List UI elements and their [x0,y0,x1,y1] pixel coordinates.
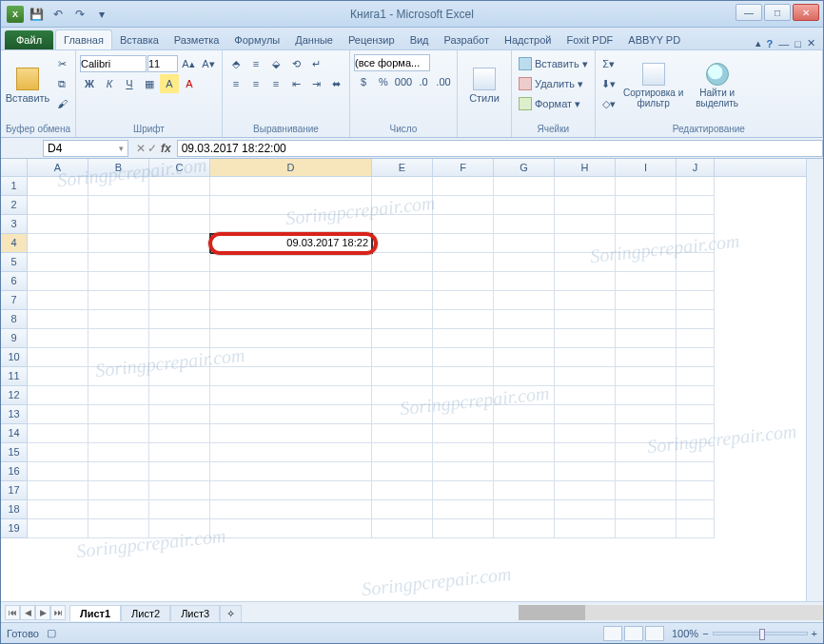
cell-E11[interactable] [372,367,433,386]
row-header-14[interactable]: 14 [1,424,28,443]
cell-D11[interactable] [210,367,372,386]
column-header-B[interactable]: B [88,159,149,176]
cell-F15[interactable] [433,443,494,462]
cell-B10[interactable] [88,348,149,367]
delete-cells-button[interactable]: Удалить▾ [516,74,591,93]
cell-J15[interactable] [677,443,715,462]
cell-F18[interactable] [433,500,494,519]
cell-J1[interactable] [677,177,715,196]
percent-button[interactable]: % [374,72,393,91]
cell-J2[interactable] [677,196,715,215]
cell-J19[interactable] [677,519,715,538]
save-button[interactable]: 💾 [27,5,46,24]
cell-I6[interactable] [616,272,677,291]
redo-button[interactable]: ↷ [70,5,89,24]
cell-G2[interactable] [494,196,555,215]
cell-F8[interactable] [433,310,494,329]
row-header-12[interactable]: 12 [1,386,28,405]
close-button[interactable]: ✕ [793,4,819,21]
cut-button[interactable]: ✂ [52,54,71,73]
cell-D10[interactable] [210,348,372,367]
doc-restore-icon[interactable]: □ [795,38,801,49]
cell-D5[interactable] [210,253,372,272]
font-size-select[interactable] [147,55,178,72]
row-header-17[interactable]: 17 [1,481,28,500]
cell-J18[interactable] [677,500,715,519]
merge-button[interactable]: ⬌ [326,74,345,93]
cell-D4[interactable]: 09.03.2017 18:22 [210,234,372,253]
insert-cells-button[interactable]: Вставить▾ [516,54,591,73]
cell-H14[interactable] [555,424,616,443]
column-header-H[interactable]: H [555,159,616,176]
spreadsheet-grid[interactable]: ABCDEFGHIJ 123409.03.2017 18:22567891011… [1,159,806,601]
row-header-4[interactable]: 4 [1,234,28,253]
formula-input[interactable]: 09.03.2017 18:22:00 [177,140,823,157]
cell-C5[interactable] [149,253,210,272]
cell-F13[interactable] [433,405,494,424]
cell-B17[interactable] [88,481,149,500]
cell-D9[interactable] [210,329,372,348]
styles-button[interactable]: Стили [461,54,507,117]
align-middle-button[interactable]: ≡ [246,54,265,73]
cell-C6[interactable] [149,272,210,291]
cell-H3[interactable] [555,215,616,234]
file-tab[interactable]: Файл [5,30,53,49]
cell-A19[interactable] [28,519,88,538]
row-header-2[interactable]: 2 [1,196,28,215]
cell-B14[interactable] [88,424,149,443]
cell-C19[interactable] [149,519,210,538]
cell-H11[interactable] [555,367,616,386]
view-page-break-button[interactable] [645,626,664,641]
cell-A5[interactable] [28,253,88,272]
cell-E10[interactable] [372,348,433,367]
column-header-G[interactable]: G [494,159,555,176]
cell-C11[interactable] [149,367,210,386]
cell-F1[interactable] [433,177,494,196]
tab-layout[interactable]: Разметка [167,30,227,49]
border-button[interactable]: ▦ [140,74,159,93]
cell-I12[interactable] [616,386,677,405]
cell-B13[interactable] [88,405,149,424]
cell-H17[interactable] [555,481,616,500]
cell-D7[interactable] [210,291,372,310]
cell-I14[interactable] [616,424,677,443]
cell-B15[interactable] [88,443,149,462]
align-bottom-button[interactable]: ⬙ [266,54,285,73]
cell-J14[interactable] [677,424,715,443]
macro-record-icon[interactable]: ▢ [47,627,56,639]
row-header-15[interactable]: 15 [1,443,28,462]
cell-H13[interactable] [555,405,616,424]
cell-F6[interactable] [433,272,494,291]
cell-E17[interactable] [372,481,433,500]
cell-J11[interactable] [677,367,715,386]
cell-D14[interactable] [210,424,372,443]
decrease-indent-button[interactable]: ⇤ [286,74,305,93]
cell-E3[interactable] [372,215,433,234]
tab-home[interactable]: Главная [55,29,112,49]
undo-button[interactable]: ↶ [49,5,68,24]
align-right-button[interactable]: ≡ [266,74,285,93]
cell-D18[interactable] [210,500,372,519]
cell-G7[interactable] [494,291,555,310]
decrease-decimal-button[interactable]: .00 [434,72,453,91]
cell-C4[interactable] [149,234,210,253]
cell-E1[interactable] [372,177,433,196]
cell-C14[interactable] [149,424,210,443]
doc-minimize-icon[interactable]: — [778,38,789,49]
vertical-scrollbar[interactable] [806,159,823,601]
clear-button[interactable]: ◇▾ [599,94,618,113]
cell-J16[interactable] [677,462,715,481]
row-header-6[interactable]: 6 [1,272,28,291]
cell-B16[interactable] [88,462,149,481]
cell-F17[interactable] [433,481,494,500]
tab-formulas[interactable]: Формулы [226,30,287,49]
cell-E6[interactable] [372,272,433,291]
cell-J10[interactable] [677,348,715,367]
cell-D15[interactable] [210,443,372,462]
orientation-button[interactable]: ⟲ [286,54,305,73]
maximize-button[interactable]: □ [764,4,791,21]
cell-H2[interactable] [555,196,616,215]
cell-E12[interactable] [372,386,433,405]
cell-A12[interactable] [28,386,88,405]
column-header-F[interactable]: F [433,159,494,176]
